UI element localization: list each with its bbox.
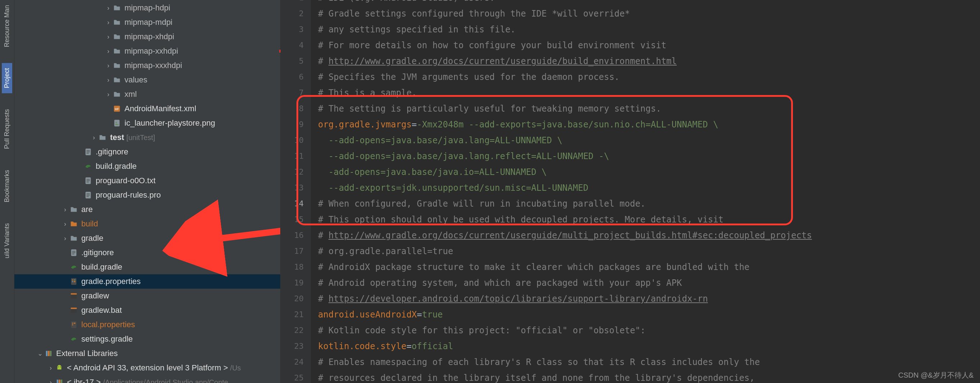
svg-rect-21	[72, 280, 73, 281]
tree-row[interactable]: ›are	[14, 202, 280, 217]
svg-rect-32	[72, 324, 73, 326]
svg-rect-38	[57, 380, 59, 383]
code-line[interactable]: # Gradle settings configured through the…	[318, 6, 980, 22]
expand-arrow-icon[interactable]: ›	[90, 134, 98, 142]
expand-arrow-icon[interactable]: ⌄	[36, 349, 44, 357]
tree-row[interactable]: .gitignore	[14, 145, 280, 159]
tree-row[interactable]: ›values	[14, 73, 280, 87]
code-line[interactable]: # https://developer.android.com/topic/li…	[318, 291, 980, 307]
txt-icon	[83, 190, 93, 200]
tree-row[interactable]: ›test[unitTest]	[14, 130, 280, 145]
tree-row[interactable]: ›mipmap-xxxhdpi	[14, 58, 280, 73]
line-number: 16	[281, 228, 304, 243]
code-line[interactable]: # http://www.gradle.org/docs/current/use…	[318, 228, 980, 243]
code-line[interactable]: # Specifies the JVM arguments used for t…	[318, 69, 980, 85]
rail-resource-manager[interactable]: Resource Man	[3, 0, 11, 52]
code-line[interactable]: -add-opens=java.base/java.io=ALL-UNNAMED…	[318, 164, 980, 180]
gradle-icon	[69, 262, 78, 272]
code-line[interactable]: kotlin.code.style=official	[318, 338, 980, 354]
tree-row[interactable]: ›< ibr-17 > /Applications/Android Studio…	[14, 375, 280, 383]
tree-row[interactable]: ⌄External Libraries	[14, 346, 280, 361]
tree-item-label: mipmap-hdpi	[124, 3, 170, 13]
expand-arrow-icon[interactable]: ›	[104, 62, 112, 69]
gutter-error-stripe	[279, 49, 281, 53]
tree-row[interactable]: ›mipmap-xxhdpi	[14, 44, 280, 58]
tree-row[interactable]: ›mipmap-hdpi	[14, 1, 280, 15]
tree-row[interactable]: ›xml	[14, 87, 280, 102]
tree-row[interactable]: gradle.properties	[14, 274, 280, 289]
expand-arrow-icon[interactable]: ›	[61, 206, 69, 214]
tree-item-label: settings.gradle	[81, 334, 133, 344]
tree-row[interactable]: ›mipmap-xhdpi	[14, 30, 280, 44]
svg-rect-7	[86, 153, 89, 154]
tree-row[interactable]: ›< Android API 33, extension level 3 Pla…	[14, 361, 280, 375]
tree-row[interactable]: .gitignore	[14, 246, 280, 260]
code-line[interactable]: --add-exports=jdk.unsupported/sun.misc=A…	[318, 180, 980, 196]
svg-rect-22	[74, 280, 76, 281]
code-line[interactable]: # The setting is particularly useful for…	[318, 101, 980, 116]
svg-rect-11	[86, 182, 89, 182]
tree-row[interactable]: local.properties	[14, 318, 280, 332]
folder-icon	[69, 234, 78, 243]
code-line[interactable]: # org.gradle.parallel=true	[318, 243, 980, 259]
tree-row[interactable]: MFAndroidManifest.xml	[14, 102, 280, 116]
tree-item-label: < ibr-17 >	[67, 378, 101, 383]
line-number: 22	[281, 322, 304, 338]
code-line[interactable]: # resources declared in the library itse…	[318, 370, 980, 383]
android-icon	[55, 363, 64, 373]
code-line[interactable]: # This option should only be used with d…	[318, 212, 980, 228]
code-line[interactable]: android.useAndroidX=true	[318, 307, 980, 322]
code-line[interactable]: # AndroidX package structure to make it …	[318, 259, 980, 275]
tree-row[interactable]: build.gradle	[14, 159, 280, 174]
tree-row[interactable]: ›build	[14, 217, 280, 231]
code-line[interactable]: --add-opens=java.base/java.lang.reflect=…	[318, 148, 980, 164]
rail-build-variants[interactable]: uild Variants	[3, 218, 11, 263]
tree-row[interactable]: proguard-o0O.txt	[14, 174, 280, 188]
code-line[interactable]: # When configured, Gradle will run in in…	[318, 196, 980, 212]
expand-arrow-icon[interactable]: ›	[61, 235, 69, 242]
folder-icon	[112, 89, 122, 99]
tree-row[interactable]: ›mipmap-mdpi	[14, 15, 280, 30]
code-line[interactable]: # For more details on how to configure y…	[318, 37, 980, 53]
folder-icon	[112, 46, 122, 56]
expand-arrow-icon[interactable]: ›	[104, 4, 112, 12]
expand-arrow-icon[interactable]: ›	[104, 33, 112, 41]
code-editor[interactable]: 1234567891011121314151617181920212223242…	[281, 0, 980, 383]
svg-point-37	[60, 367, 61, 367]
rail-bookmarks[interactable]: Bookmarks	[3, 165, 11, 207]
line-number: 4	[281, 37, 304, 53]
expand-arrow-icon[interactable]: ›	[47, 379, 55, 383]
folder-icon	[112, 75, 122, 85]
expand-arrow-icon[interactable]: ›	[61, 220, 69, 228]
tree-row[interactable]: proguard-rules.pro	[14, 188, 280, 202]
code-line[interactable]: # IDE (e.g. Android Studio) users:	[318, 0, 980, 6]
rail-project[interactable]: Project	[2, 63, 12, 93]
tree-row[interactable]: settings.gradle	[14, 332, 280, 346]
expand-arrow-icon[interactable]: ›	[104, 19, 112, 26]
tree-row[interactable]: ic_launcher-playstore.png	[14, 116, 280, 130]
expand-arrow-icon[interactable]: ›	[47, 364, 55, 372]
tree-row[interactable]: ›gradle	[14, 231, 280, 246]
tree-item-label: < Android API 33, extension level 3 Plat…	[67, 363, 228, 373]
code-line[interactable]: # http://www.gradle.org/docs/current/use…	[318, 53, 980, 69]
tree-row[interactable]: build.gradle	[14, 260, 280, 274]
code-line[interactable]: # any settings specified in this file.	[318, 22, 980, 37]
code-line[interactable]: org.gradle.jvmargs=-Xmx2048m --add-expor…	[318, 116, 980, 132]
folder-icon	[69, 205, 78, 214]
code-area[interactable]: # IDE (e.g. Android Studio) users:# Grad…	[311, 0, 980, 383]
svg-rect-34	[48, 351, 50, 356]
code-line[interactable]: # Kotlin code style for this project: "o…	[318, 322, 980, 338]
code-line[interactable]: # Enables namespacing of each library's …	[318, 354, 980, 370]
expand-arrow-icon[interactable]: ›	[104, 91, 112, 98]
rail-pull-requests[interactable]: Pull Requests	[3, 104, 11, 154]
svg-rect-9	[86, 179, 89, 180]
tree-item-label: xml	[124, 89, 137, 99]
code-line[interactable]: # This is a sample.	[318, 85, 980, 101]
tree-item-label: ic_launcher-playstore.png	[124, 118, 215, 128]
code-line[interactable]: --add-opens=java.base/java.lang=ALL-UNNA…	[318, 132, 980, 148]
code-line[interactable]: # Android operating system, and which ar…	[318, 275, 980, 291]
tree-row[interactable]: gradlew.bat	[14, 303, 280, 318]
expand-arrow-icon[interactable]: ›	[104, 48, 112, 55]
expand-arrow-icon[interactable]: ›	[104, 76, 112, 84]
tree-row[interactable]: gradlew	[14, 289, 280, 303]
